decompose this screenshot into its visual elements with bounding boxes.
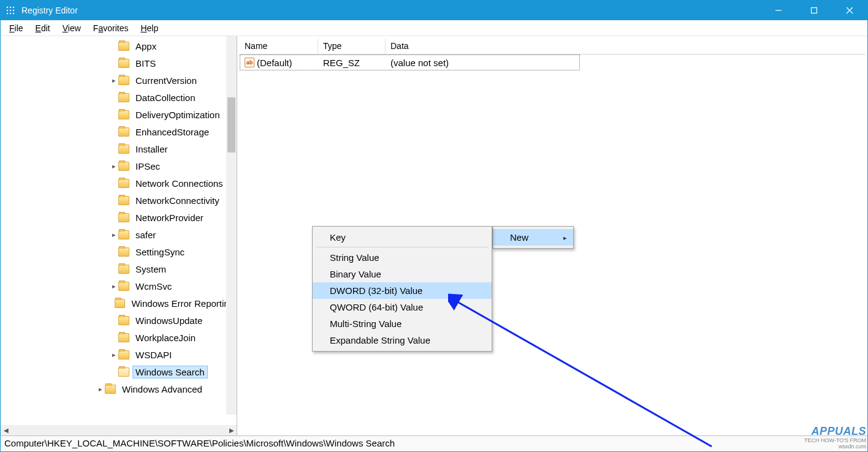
col-header-name[interactable]: Name bbox=[240, 39, 318, 54]
folder-icon bbox=[118, 127, 129, 137]
watermark-site: wsxdn.com bbox=[804, 444, 866, 450]
tree-row[interactable]: ▸EnhancedStorage bbox=[1, 123, 237, 140]
tree-expand-icon[interactable]: ▸ bbox=[110, 231, 118, 239]
tree-horizontal-scrollbar[interactable]: ◀ ▶ bbox=[1, 425, 237, 435]
tree-row[interactable]: ▸CurrentVersion bbox=[1, 72, 237, 89]
tree-row[interactable]: ▸Appx bbox=[1, 37, 237, 55]
tree-item-label: EnhancedStorage bbox=[133, 126, 211, 138]
tree-item-label: Appx bbox=[133, 40, 159, 52]
folder-icon bbox=[118, 76, 129, 85]
tree-item-label: System bbox=[133, 263, 169, 275]
watermark: APPUALS TECH HOW-TO'S FROM wsxdn.com bbox=[804, 426, 866, 450]
tree-item-label: Windows Error Reporting bbox=[129, 298, 237, 309]
tree-row[interactable]: ▸System bbox=[1, 260, 237, 277]
tree-expand-icon[interactable]: ▸ bbox=[110, 282, 118, 290]
reg-string-icon: ab bbox=[245, 58, 254, 67]
tree-row[interactable]: ▸WindowsUpdate bbox=[1, 312, 237, 329]
context-menu-item[interactable]: Key bbox=[313, 229, 492, 246]
tree-item-label: WindowsUpdate bbox=[133, 315, 205, 326]
tree-item-label: NetworkConnectivity bbox=[133, 195, 222, 206]
tree-expand-icon[interactable]: ▸ bbox=[110, 351, 118, 359]
scroll-right-button[interactable]: ▶ bbox=[226, 425, 237, 435]
menu-view[interactable]: View bbox=[58, 22, 86, 34]
close-button[interactable] bbox=[832, 1, 867, 20]
tree-row[interactable]: ▸safer bbox=[1, 226, 237, 243]
context-menu-item[interactable]: Binary Value bbox=[313, 266, 492, 282]
menu-file[interactable]: File bbox=[4, 22, 28, 34]
folder-icon bbox=[115, 299, 126, 308]
scroll-left-button[interactable]: ◀ bbox=[1, 425, 11, 435]
tree-row[interactable]: ▸DeliveryOptimization bbox=[1, 106, 237, 123]
col-header-type[interactable]: Type bbox=[318, 39, 386, 54]
folder-icon bbox=[118, 42, 129, 51]
tree-row[interactable]: ▸BITS bbox=[1, 55, 237, 72]
registry-tree[interactable]: ▸Appx▸BITS▸CurrentVersion▸DataCollection… bbox=[1, 36, 237, 397]
tree-row[interactable]: ▸NetworkProvider bbox=[1, 209, 237, 226]
folder-icon bbox=[118, 110, 129, 119]
tree-row[interactable]: ▸NetworkConnectivity bbox=[1, 192, 237, 209]
folder-icon bbox=[118, 145, 129, 154]
context-menu-item[interactable]: QWORD (64-bit) Value bbox=[313, 299, 492, 315]
folder-icon bbox=[118, 162, 129, 171]
list-row[interactable]: ab(Default)REG_SZ(value not set) bbox=[240, 55, 580, 70]
tree-row[interactable]: ▸WcmSvc bbox=[1, 277, 237, 295]
maximize-button[interactable] bbox=[796, 1, 832, 20]
context-menu-parent: New▸ bbox=[492, 226, 574, 249]
regedit-icon bbox=[6, 6, 15, 15]
tree-item-label: WSDAPI bbox=[133, 349, 174, 361]
tree-row[interactable]: ▸WSDAPI bbox=[1, 346, 237, 363]
context-menu-item[interactable]: Expandable String Value bbox=[313, 332, 492, 348]
context-menu-item[interactable]: Multi-String Value bbox=[313, 315, 492, 332]
tree-expand-icon[interactable]: ▸ bbox=[110, 162, 118, 170]
folder-icon bbox=[118, 213, 129, 222]
tree-expand-icon[interactable]: ▸ bbox=[110, 77, 118, 85]
context-menu-item[interactable]: New▸ bbox=[493, 229, 573, 246]
context-menu-item[interactable]: String Value bbox=[313, 249, 492, 266]
tree-row[interactable]: ▸IPSec bbox=[1, 157, 237, 175]
title-bar: Registry Editor bbox=[1, 1, 867, 20]
folder-icon bbox=[118, 179, 129, 188]
folder-icon bbox=[118, 265, 129, 274]
tree-row[interactable]: ▸Windows Search bbox=[1, 363, 237, 380]
tree-item-label: CurrentVersion bbox=[133, 75, 199, 86]
context-menu-item-label: Expandable String Value bbox=[330, 335, 430, 345]
menu-favorites[interactable]: Favorites bbox=[88, 22, 134, 34]
context-menu-item-label: Binary Value bbox=[330, 269, 381, 279]
col-header-data[interactable]: Data bbox=[386, 39, 865, 54]
tree-row[interactable]: ▸Windows Advanced bbox=[1, 380, 237, 397]
watermark-brand: APPUALS bbox=[804, 426, 866, 438]
tree-row[interactable]: ▸WorkplaceJoin bbox=[1, 329, 237, 346]
context-menu-item-label: Multi-String Value bbox=[330, 318, 402, 329]
menu-edit[interactable]: Edit bbox=[31, 22, 55, 34]
folder-icon bbox=[118, 367, 129, 377]
tree-row[interactable]: ▸SettingSync bbox=[1, 243, 237, 260]
tree-item-label: Installer bbox=[133, 143, 170, 155]
value-name: (Default) bbox=[257, 58, 292, 68]
tree-vertical-scrollbar[interactable] bbox=[226, 36, 237, 415]
tree-row[interactable]: ▸Windows Error Reporting bbox=[1, 295, 237, 312]
value-data: (value not set) bbox=[386, 56, 580, 69]
tree-item-label: WcmSvc bbox=[133, 281, 174, 292]
svg-rect-1 bbox=[812, 8, 817, 13]
tree-row[interactable]: ▸Installer bbox=[1, 140, 237, 157]
tree-item-label: BITS bbox=[133, 58, 158, 69]
tree-expand-icon[interactable]: ▸ bbox=[96, 385, 105, 393]
minimize-button[interactable] bbox=[761, 1, 796, 20]
tree-item-label: Network Connections bbox=[133, 178, 226, 189]
tree-row[interactable]: ▸DataCollection bbox=[1, 89, 237, 106]
context-menu-item-label: New bbox=[510, 232, 528, 243]
menu-help[interactable]: Help bbox=[135, 22, 163, 34]
context-menu-item[interactable]: DWORD (32-bit) Value bbox=[313, 282, 492, 299]
tree-item-label: Windows Search bbox=[133, 366, 207, 378]
values-header: Name Type Data bbox=[240, 39, 865, 55]
folder-icon bbox=[118, 350, 129, 360]
values-list[interactable]: ab(Default)REG_SZ(value not set) bbox=[240, 55, 865, 70]
status-bar: Computer\HKEY_LOCAL_MACHINE\SOFTWARE\Pol… bbox=[1, 435, 867, 451]
folder-icon bbox=[118, 59, 129, 68]
folder-icon bbox=[118, 93, 129, 102]
folder-icon bbox=[105, 385, 116, 394]
context-menu-item-label: Key bbox=[330, 232, 346, 243]
tree-row[interactable]: ▸Network Connections bbox=[1, 175, 237, 192]
tree-scroll-thumb[interactable] bbox=[227, 97, 235, 153]
context-menu-new-submenu: KeyString ValueBinary ValueDWORD (32-bit… bbox=[312, 226, 492, 352]
